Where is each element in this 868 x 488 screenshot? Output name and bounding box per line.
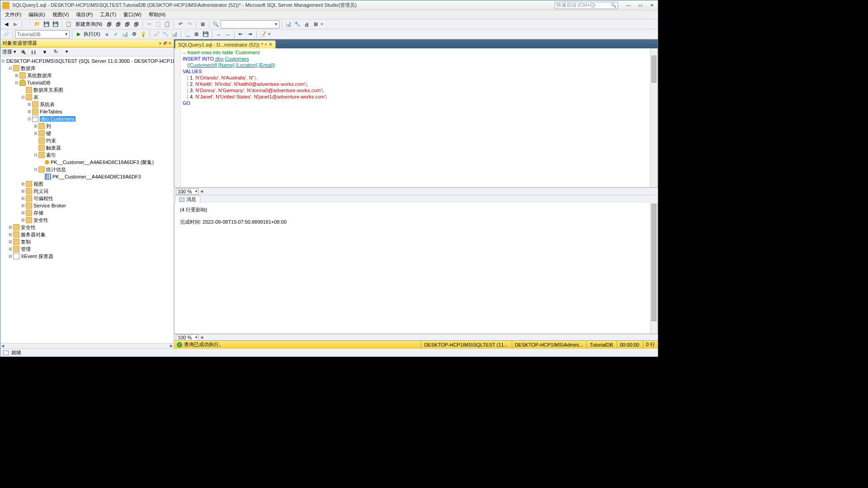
tree-hscroll[interactable]: ◀▶ xyxy=(0,343,174,348)
include-stats-button[interactable]: 📉 xyxy=(161,30,170,38)
menu-window[interactable]: 窗口(W) xyxy=(121,10,144,19)
include-plan-button[interactable]: 📈 xyxy=(152,30,160,38)
estimated-plan-button[interactable]: 📊 xyxy=(121,30,129,38)
analysis-mdx-button[interactable]: 🗐 xyxy=(114,20,122,28)
editor-vscroll[interactable] xyxy=(650,48,657,187)
db-security-node[interactable]: ⊞安全性 xyxy=(1,216,173,224)
xevent-node[interactable]: ⊞XEvent 探查器 xyxy=(1,253,173,260)
find-button[interactable]: 🔍 xyxy=(212,20,220,28)
uncomment-button[interactable]: -- xyxy=(224,30,232,38)
results-to-text-button[interactable]: 📃 xyxy=(184,30,192,38)
keys-node[interactable]: ⊞键 xyxy=(1,130,173,137)
template-browser-button[interactable]: ⊞ xyxy=(311,20,320,28)
messages-vscroll[interactable] xyxy=(650,203,657,333)
change-connection-button[interactable]: 🔗 xyxy=(2,30,10,38)
tables-node[interactable]: ⊟表 xyxy=(1,94,173,101)
increase-indent-button[interactable]: ⇥ xyxy=(246,30,254,38)
new-project-button[interactable]: 📄 xyxy=(24,20,33,28)
tutorialdb-node[interactable]: ⊟TutorialDB xyxy=(1,79,173,86)
sys-databases-node[interactable]: ⊞系统数据库 xyxy=(1,72,173,79)
results-to-file-button[interactable]: 💾 xyxy=(202,30,210,38)
dbo-customers-node[interactable]: ⊟dbo.Customers xyxy=(1,115,173,122)
include-client-stats-button[interactable]: 📊 xyxy=(170,30,179,38)
messages-zoom-combo[interactable]: 100 % xyxy=(176,334,198,341)
pk-stat-node[interactable]: PK__Customer__A4AE64D8C18A6DF3 xyxy=(1,173,173,180)
security-node[interactable]: ⊞安全性 xyxy=(1,224,173,231)
menu-file[interactable]: 文件(F) xyxy=(2,10,24,19)
save-all-button[interactable]: 💾 xyxy=(52,20,60,28)
sql-tab[interactable]: SQLQuery1.sql - D...ministrator (52)) * … xyxy=(175,40,276,48)
disconnect-button[interactable]: 🔌 xyxy=(19,48,27,56)
comment-button[interactable]: -- xyxy=(215,30,223,38)
parse-button[interactable]: ✓ xyxy=(112,30,120,38)
constraints-node[interactable]: 约束 xyxy=(1,137,173,144)
quick-launch-input[interactable]: 快速启动 (Ctrl+Q) xyxy=(555,2,618,9)
menu-project[interactable]: 项目(P) xyxy=(73,10,95,19)
code-content[interactable]: -- Insert rows into table 'Customers' IN… xyxy=(181,48,657,187)
execute-label[interactable]: 执行(X) xyxy=(84,31,102,38)
tab-close-button[interactable]: ✕ xyxy=(269,42,273,47)
indexes-node[interactable]: ⊟索引 xyxy=(1,151,173,159)
connect-button[interactable]: 连接 ▾ xyxy=(2,48,16,55)
cut-button[interactable]: ✂ xyxy=(145,20,153,28)
file-tables-node[interactable]: ⊞FileTables xyxy=(1,108,173,115)
db-diagrams-node[interactable]: 数据库关系图 xyxy=(1,86,173,94)
close-panel-icon[interactable]: ✕ xyxy=(168,41,172,46)
decrease-indent-button[interactable]: ⇤ xyxy=(237,30,245,38)
db-engine-query-button[interactable]: 🗐 xyxy=(105,20,113,28)
management-node[interactable]: ⊞管理 xyxy=(1,245,173,253)
activity-monitor-button[interactable]: 📊 xyxy=(284,20,292,28)
results-to-grid-button[interactable]: ⊞ xyxy=(193,30,201,38)
object-explorer-button[interactable]: 🖨 xyxy=(302,20,311,28)
properties-button[interactable]: ⊞ xyxy=(198,20,207,28)
new-query-icon[interactable]: 📋 xyxy=(65,20,73,28)
pin-icon[interactable]: 📌 xyxy=(162,41,167,46)
outline-gutter[interactable] xyxy=(175,48,181,187)
execute-button[interactable]: ▶ xyxy=(75,30,83,38)
specify-values-button[interactable]: 📝 xyxy=(259,30,267,38)
views-node[interactable]: ⊞视图 xyxy=(1,180,173,188)
databases-node[interactable]: ⊟数据库 xyxy=(1,65,173,72)
find-combo[interactable] xyxy=(221,20,279,28)
programmability-node[interactable]: ⊞可编程性 xyxy=(1,195,173,202)
query-options-button[interactable]: ⚙ xyxy=(130,30,138,38)
stop-button[interactable]: ⫿⫿ xyxy=(30,48,38,56)
statistics-node[interactable]: ⊟统计信息 xyxy=(1,166,173,173)
open-button[interactable]: 📂 xyxy=(33,20,42,28)
search-button[interactable]: ✦ xyxy=(62,48,71,56)
back-button[interactable]: ◀ xyxy=(2,20,10,28)
menu-help[interactable]: 帮助(H) xyxy=(146,10,168,19)
replication-node[interactable]: ⊞复制 xyxy=(1,238,173,245)
new-query-button[interactable]: 新建查询(N) xyxy=(74,21,104,28)
triggers-node[interactable]: 触发器 xyxy=(1,144,173,151)
analysis-dmx-button[interactable]: 🗐 xyxy=(123,20,131,28)
paste-button[interactable]: 📋 xyxy=(163,20,171,28)
registered-servers-button[interactable]: 🔧 xyxy=(293,20,302,28)
menu-edit[interactable]: 编辑(E) xyxy=(26,10,48,19)
pk-index-node[interactable]: PK__Customer__A4AE64D8C18A6DF3 (聚集) xyxy=(1,159,173,166)
sys-tables-node[interactable]: ⊞系统表 xyxy=(1,101,173,108)
dropdown-icon[interactable]: ▾ xyxy=(159,41,161,46)
maximize-button[interactable]: ▭ xyxy=(634,1,646,9)
tab-dropdown-icon[interactable]: ▾ xyxy=(265,42,267,47)
server-node[interactable]: ⊟DESKTOP-HCP1IMS\SQLTEST (SQL Server 11.… xyxy=(1,57,173,65)
database-combo[interactable]: TutorialDB xyxy=(15,30,70,38)
service-broker-node[interactable]: ⊞Service Broker xyxy=(1,202,173,209)
storage-node[interactable]: ⊞存储 xyxy=(1,209,173,216)
messages-tab[interactable]: 消息 xyxy=(175,196,200,203)
intellisense-button[interactable]: 💡 xyxy=(139,30,147,38)
sql-editor[interactable]: -- Insert rows into table 'Customers' IN… xyxy=(174,48,658,188)
minimize-button[interactable]: — xyxy=(623,1,634,9)
filter-button[interactable]: ▼ xyxy=(41,48,49,56)
object-tree[interactable]: ⊟DESKTOP-HCP1IMS\SQLTEST (SQL Server 11.… xyxy=(0,56,174,343)
undo-button[interactable]: ↶ xyxy=(176,20,184,28)
close-button[interactable]: ✕ xyxy=(646,1,658,9)
analysis-xmla-button[interactable]: 🗐 xyxy=(132,20,140,28)
menu-view[interactable]: 视图(V) xyxy=(50,10,72,19)
columns-node[interactable]: ⊞列 xyxy=(1,122,173,130)
save-button[interactable]: 💾 xyxy=(42,20,51,28)
zoom-combo[interactable]: 100 % xyxy=(176,188,198,195)
stop-button[interactable]: ■ xyxy=(103,30,111,38)
server-objects-node[interactable]: ⊞服务器对象 xyxy=(1,231,173,238)
synonyms-node[interactable]: ⊞同义词 xyxy=(1,188,173,195)
